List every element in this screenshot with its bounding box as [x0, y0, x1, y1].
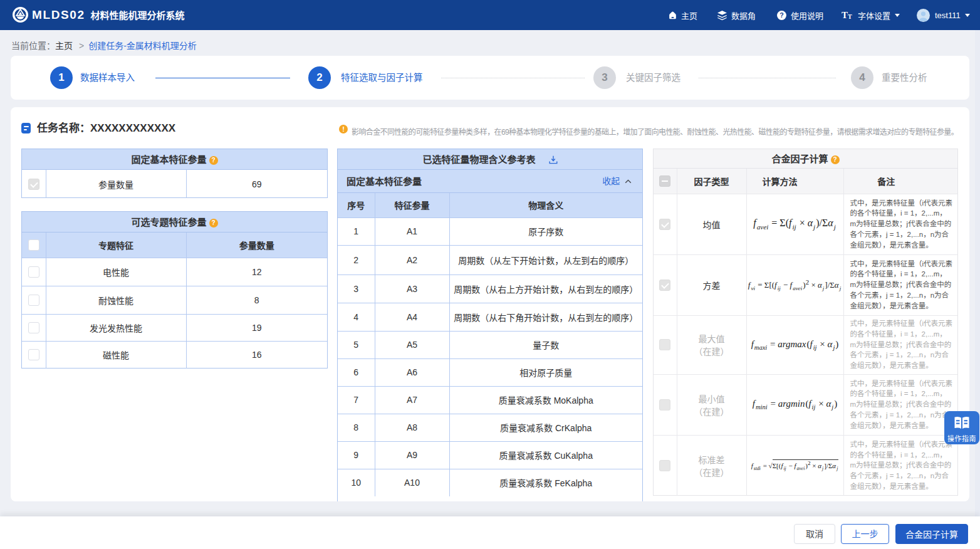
svg-text:?: ? [779, 11, 783, 19]
svg-text:T: T [842, 10, 848, 20]
svg-text:T: T [848, 13, 852, 20]
